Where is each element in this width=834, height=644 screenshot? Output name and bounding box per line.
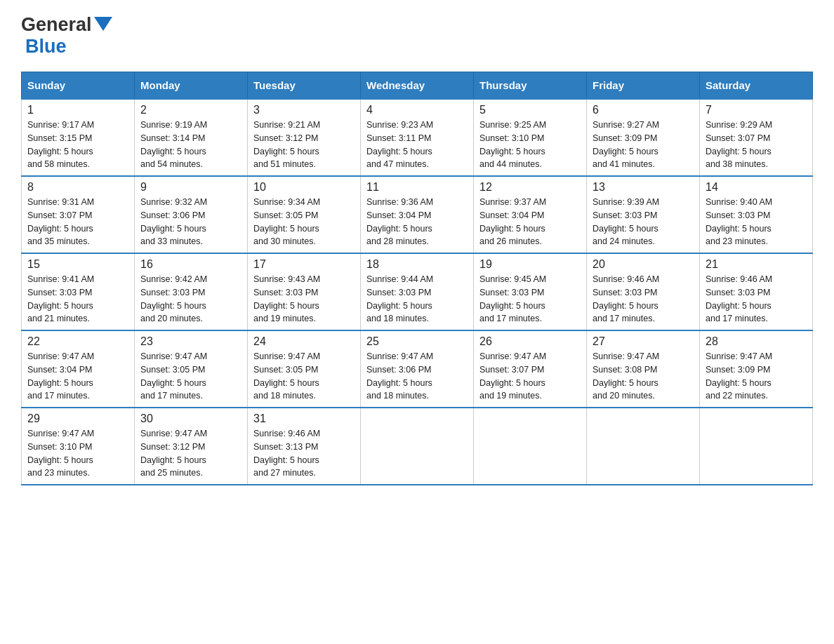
day-number: 1 bbox=[27, 104, 128, 116]
weekday-header-monday: Monday bbox=[135, 72, 248, 100]
day-info: Sunrise: 9:27 AMSunset: 3:09 PMDaylight:… bbox=[593, 120, 659, 169]
empty-day-cell bbox=[587, 408, 700, 485]
day-number: 20 bbox=[593, 258, 694, 271]
page-header: General Blue bbox=[21, 14, 813, 58]
calendar-day-cell: 16 Sunrise: 9:42 AMSunset: 3:03 PMDaylig… bbox=[135, 253, 248, 330]
day-info: Sunrise: 9:39 AMSunset: 3:03 PMDaylight:… bbox=[593, 197, 659, 246]
day-number: 29 bbox=[27, 412, 128, 425]
calendar-day-cell: 24 Sunrise: 9:47 AMSunset: 3:05 PMDaylig… bbox=[248, 330, 361, 408]
weekday-header-sunday: Sunday bbox=[22, 72, 135, 100]
day-info: Sunrise: 9:45 AMSunset: 3:03 PMDaylight:… bbox=[479, 274, 546, 323]
day-number: 21 bbox=[706, 258, 807, 271]
day-info: Sunrise: 9:42 AMSunset: 3:03 PMDaylight:… bbox=[140, 274, 207, 323]
day-number: 31 bbox=[253, 412, 355, 425]
day-info: Sunrise: 9:46 AMSunset: 3:13 PMDaylight:… bbox=[253, 429, 320, 478]
day-number: 18 bbox=[366, 258, 468, 271]
day-info: Sunrise: 9:17 AMSunset: 3:15 PMDaylight:… bbox=[27, 120, 94, 169]
day-info: Sunrise: 9:41 AMSunset: 3:03 PMDaylight:… bbox=[27, 274, 94, 323]
day-info: Sunrise: 9:36 AMSunset: 3:04 PMDaylight:… bbox=[366, 197, 433, 246]
day-number: 8 bbox=[27, 181, 128, 194]
calendar-week-row: 29 Sunrise: 9:47 AMSunset: 3:10 PMDaylig… bbox=[22, 408, 813, 485]
calendar-day-cell: 21 Sunrise: 9:46 AMSunset: 3:03 PMDaylig… bbox=[700, 253, 813, 330]
calendar-week-row: 8 Sunrise: 9:31 AMSunset: 3:07 PMDayligh… bbox=[22, 176, 813, 253]
empty-day-cell bbox=[474, 408, 587, 485]
day-info: Sunrise: 9:40 AMSunset: 3:03 PMDaylight:… bbox=[706, 197, 772, 246]
calendar-day-cell: 14 Sunrise: 9:40 AMSunset: 3:03 PMDaylig… bbox=[700, 176, 813, 253]
day-number: 25 bbox=[366, 335, 468, 348]
day-number: 6 bbox=[593, 104, 694, 116]
day-number: 16 bbox=[140, 258, 241, 271]
day-number: 2 bbox=[140, 104, 241, 116]
day-info: Sunrise: 9:47 AMSunset: 3:05 PMDaylight:… bbox=[140, 351, 207, 401]
calendar-week-row: 22 Sunrise: 9:47 AMSunset: 3:04 PMDaylig… bbox=[22, 330, 813, 408]
empty-day-cell bbox=[361, 408, 474, 485]
day-number: 9 bbox=[140, 181, 241, 194]
weekday-header-friday: Friday bbox=[587, 72, 700, 100]
day-number: 17 bbox=[253, 258, 355, 271]
day-info: Sunrise: 9:46 AMSunset: 3:03 PMDaylight:… bbox=[593, 274, 659, 323]
calendar-day-cell: 1 Sunrise: 9:17 AMSunset: 3:15 PMDayligh… bbox=[22, 99, 135, 176]
calendar-week-row: 15 Sunrise: 9:41 AMSunset: 3:03 PMDaylig… bbox=[22, 253, 813, 330]
day-number: 15 bbox=[27, 258, 128, 271]
calendar-day-cell: 15 Sunrise: 9:41 AMSunset: 3:03 PMDaylig… bbox=[22, 253, 135, 330]
day-info: Sunrise: 9:46 AMSunset: 3:03 PMDaylight:… bbox=[706, 274, 772, 323]
calendar-day-cell: 10 Sunrise: 9:34 AMSunset: 3:05 PMDaylig… bbox=[248, 176, 361, 253]
calendar-day-cell: 27 Sunrise: 9:47 AMSunset: 3:08 PMDaylig… bbox=[587, 330, 700, 408]
calendar-day-cell: 25 Sunrise: 9:47 AMSunset: 3:06 PMDaylig… bbox=[361, 330, 474, 408]
calendar-day-cell: 20 Sunrise: 9:46 AMSunset: 3:03 PMDaylig… bbox=[587, 253, 700, 330]
calendar-table: SundayMondayTuesdayWednesdayThursdayFrid… bbox=[21, 72, 813, 485]
calendar-day-cell: 18 Sunrise: 9:44 AMSunset: 3:03 PMDaylig… bbox=[361, 253, 474, 330]
day-info: Sunrise: 9:34 AMSunset: 3:05 PMDaylight:… bbox=[253, 197, 320, 246]
logo: General Blue bbox=[21, 14, 112, 58]
calendar-week-row: 1 Sunrise: 9:17 AMSunset: 3:15 PMDayligh… bbox=[22, 99, 813, 176]
calendar-day-cell: 29 Sunrise: 9:47 AMSunset: 3:10 PMDaylig… bbox=[22, 408, 135, 485]
day-info: Sunrise: 9:47 AMSunset: 3:07 PMDaylight:… bbox=[479, 351, 546, 401]
calendar-day-cell: 5 Sunrise: 9:25 AMSunset: 3:10 PMDayligh… bbox=[474, 99, 587, 176]
calendar-day-cell: 28 Sunrise: 9:47 AMSunset: 3:09 PMDaylig… bbox=[700, 330, 813, 408]
day-info: Sunrise: 9:47 AMSunset: 3:10 PMDaylight:… bbox=[27, 429, 94, 478]
calendar-day-cell: 4 Sunrise: 9:23 AMSunset: 3:11 PMDayligh… bbox=[361, 99, 474, 176]
calendar-header-row: SundayMondayTuesdayWednesdayThursdayFrid… bbox=[22, 72, 813, 100]
calendar-day-cell: 17 Sunrise: 9:43 AMSunset: 3:03 PMDaylig… bbox=[248, 253, 361, 330]
weekday-header-tuesday: Tuesday bbox=[248, 72, 361, 100]
svg-marker-0 bbox=[94, 17, 112, 31]
calendar-day-cell: 3 Sunrise: 9:21 AMSunset: 3:12 PMDayligh… bbox=[248, 99, 361, 176]
day-info: Sunrise: 9:47 AMSunset: 3:04 PMDaylight:… bbox=[27, 351, 94, 401]
calendar-day-cell: 7 Sunrise: 9:29 AMSunset: 3:07 PMDayligh… bbox=[700, 99, 813, 176]
day-number: 19 bbox=[479, 258, 581, 271]
day-number: 5 bbox=[479, 104, 581, 116]
day-number: 26 bbox=[479, 335, 581, 348]
day-number: 10 bbox=[253, 181, 355, 194]
day-number: 3 bbox=[253, 104, 355, 116]
day-number: 14 bbox=[706, 181, 807, 194]
day-info: Sunrise: 9:32 AMSunset: 3:06 PMDaylight:… bbox=[140, 197, 207, 246]
day-info: Sunrise: 9:47 AMSunset: 3:12 PMDaylight:… bbox=[140, 429, 207, 478]
calendar-day-cell: 31 Sunrise: 9:46 AMSunset: 3:13 PMDaylig… bbox=[248, 408, 361, 485]
day-info: Sunrise: 9:29 AMSunset: 3:07 PMDaylight:… bbox=[706, 120, 772, 169]
day-info: Sunrise: 9:19 AMSunset: 3:14 PMDaylight:… bbox=[140, 120, 207, 169]
empty-day-cell bbox=[700, 408, 813, 485]
day-number: 22 bbox=[27, 335, 128, 348]
logo-blue-text: Blue bbox=[25, 36, 67, 58]
day-info: Sunrise: 9:43 AMSunset: 3:03 PMDaylight:… bbox=[253, 274, 320, 323]
day-info: Sunrise: 9:47 AMSunset: 3:06 PMDaylight:… bbox=[366, 351, 433, 401]
day-number: 11 bbox=[366, 181, 468, 194]
day-number: 30 bbox=[140, 412, 241, 425]
day-number: 23 bbox=[140, 335, 241, 348]
calendar-day-cell: 30 Sunrise: 9:47 AMSunset: 3:12 PMDaylig… bbox=[135, 408, 248, 485]
calendar-day-cell: 26 Sunrise: 9:47 AMSunset: 3:07 PMDaylig… bbox=[474, 330, 587, 408]
day-info: Sunrise: 9:31 AMSunset: 3:07 PMDaylight:… bbox=[27, 197, 94, 246]
day-number: 12 bbox=[479, 181, 581, 194]
day-number: 7 bbox=[706, 104, 807, 116]
calendar-day-cell: 23 Sunrise: 9:47 AMSunset: 3:05 PMDaylig… bbox=[135, 330, 248, 408]
day-number: 4 bbox=[366, 104, 468, 116]
day-info: Sunrise: 9:47 AMSunset: 3:05 PMDaylight:… bbox=[253, 351, 320, 401]
calendar-day-cell: 22 Sunrise: 9:47 AMSunset: 3:04 PMDaylig… bbox=[22, 330, 135, 408]
day-info: Sunrise: 9:47 AMSunset: 3:08 PMDaylight:… bbox=[593, 351, 659, 401]
calendar-day-cell: 11 Sunrise: 9:36 AMSunset: 3:04 PMDaylig… bbox=[361, 176, 474, 253]
day-info: Sunrise: 9:21 AMSunset: 3:12 PMDaylight:… bbox=[253, 120, 320, 169]
day-number: 28 bbox=[706, 335, 807, 348]
day-number: 13 bbox=[593, 181, 694, 194]
day-number: 24 bbox=[253, 335, 355, 348]
logo-general-text: General bbox=[21, 14, 92, 36]
